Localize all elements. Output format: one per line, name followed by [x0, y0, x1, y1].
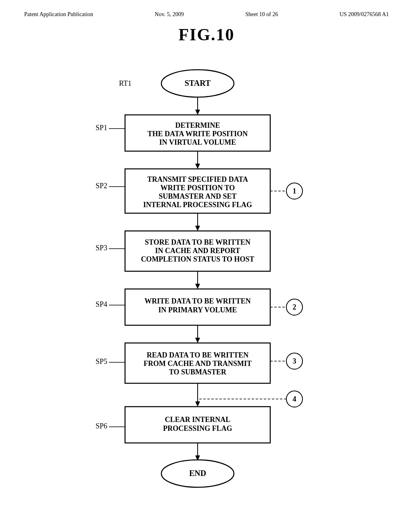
sp2-label: SP2 [96, 182, 107, 190]
flowchart: RT1 START SP1 DETERMINE THE DATA WRITE P… [0, 58, 413, 526]
sp3-line2: IN CACHE AND REPORT [155, 247, 240, 255]
sp3-label: SP3 [96, 244, 107, 252]
sp2-line2: WRITE POSITION TO [161, 184, 235, 192]
publication-label: Patent Application Publication [24, 11, 93, 18]
sp5-line2: FROM CACHE AND TRANSMIT [144, 360, 252, 368]
sp6-label: SP6 [96, 422, 107, 430]
sheet-label: Sheet 10 of 26 [245, 11, 278, 18]
sp2-line4: INTERNAL PROCESSING FLAG [143, 201, 252, 209]
svg-marker-22 [195, 338, 200, 343]
sp4-line1: WRITE DATA TO BE WRITTEN [144, 297, 250, 305]
sp5-label: SP5 [96, 357, 107, 366]
date-label: Nov. 5, 2009 [155, 11, 184, 18]
sp1-line3: IN VIRTUAL VOLUME [159, 138, 236, 146]
sp4-label: SP4 [96, 300, 107, 308]
page-header: Patent Application Publication Nov. 5, 2… [0, 0, 413, 18]
sp5-line3: TO SUBMASTER [169, 368, 227, 376]
end-text: END [189, 469, 206, 478]
svg-marker-16 [195, 284, 200, 289]
figure-title: FIG.10 [0, 25, 413, 44]
start-text: START [185, 79, 211, 87]
sp2-line1: TRANSMIT SPECIFIED DATA [147, 175, 248, 183]
svg-marker-30 [195, 401, 200, 407]
connector-3: 3 [293, 357, 296, 365]
svg-marker-2 [195, 110, 200, 115]
sp3-line1: STORE DATA TO BE WRITTEN [145, 238, 250, 246]
sp5-line1: READ DATA TO BE WRITTEN [147, 351, 248, 359]
sp6-line1: CLEAR INTERNAL [165, 416, 231, 424]
sp6-line2: PROCESSING FLAG [163, 424, 232, 432]
connector-2: 2 [293, 303, 296, 311]
svg-marker-12 [195, 226, 200, 231]
sp2-line3: SUBMASTER AND SET [159, 192, 236, 200]
sp3-line3: COMPLETION STATUS TO HOST [141, 255, 254, 263]
rt1-label: RT1 [119, 79, 131, 87]
sp1-line2: THE DATA WRITE POSITION [148, 130, 248, 138]
sp1-label: SP1 [96, 124, 107, 132]
connector-1: 1 [293, 187, 296, 195]
sp4-line2: IN PRIMARY VOLUME [158, 306, 237, 314]
connector-4: 4 [293, 395, 296, 403]
sp1-line1: DETERMINE [175, 121, 220, 129]
svg-marker-6 [195, 164, 200, 169]
patent-label: US 2009/0276568 A1 [340, 11, 389, 18]
